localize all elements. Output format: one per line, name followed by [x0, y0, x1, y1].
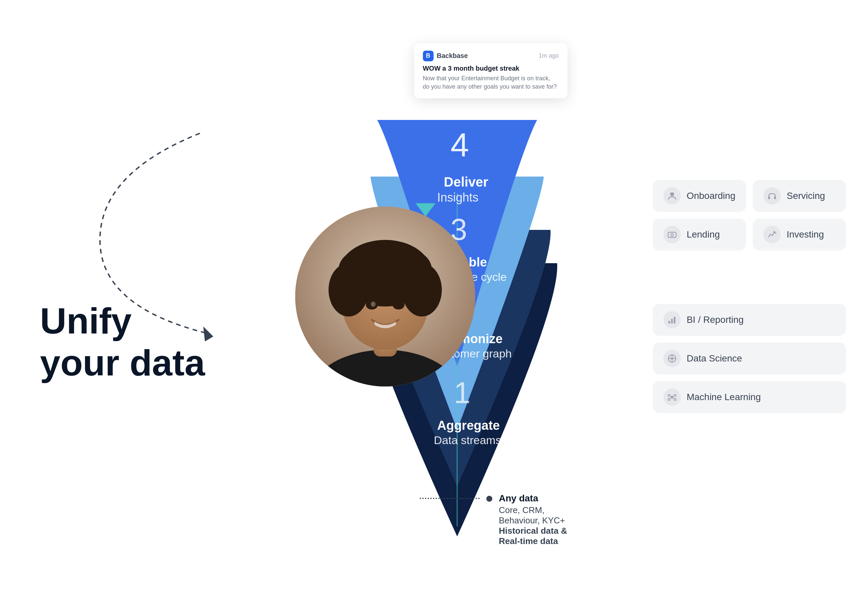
svg-point-47 — [674, 398, 676, 401]
notification-header: B Backbase 1m ago — [423, 51, 559, 61]
tag-servicing: Servicing — [753, 180, 846, 212]
bottom-text-block: Any data Core, CRM, Behaviour, KYC+ Hist… — [499, 493, 569, 546]
person-circle — [295, 207, 475, 387]
tag-bi-reporting: BI / Reporting — [653, 304, 846, 336]
svg-point-45 — [674, 394, 676, 396]
data-science-icon — [663, 350, 681, 367]
svg-text:Deliver: Deliver — [444, 174, 488, 189]
any-data-label: Any data — [499, 493, 569, 504]
tag-servicing-label: Servicing — [787, 190, 825, 201]
tag-bi-label: BI / Reporting — [687, 314, 744, 325]
svg-line-49 — [673, 396, 674, 396]
svg-text:4: 4 — [451, 126, 469, 163]
ml-icon — [663, 388, 681, 406]
bottom-dot — [486, 496, 492, 502]
svg-rect-32 — [774, 196, 776, 199]
tag-machine-learning-label: Machine Learning — [687, 392, 761, 402]
title-line1: Unifyyour data — [40, 300, 205, 384]
tag-lending: Lending — [653, 218, 746, 250]
svg-line-50 — [670, 398, 671, 399]
svg-point-28 — [393, 300, 404, 310]
svg-point-29 — [371, 302, 376, 307]
svg-point-30 — [670, 192, 674, 196]
tag-data-science-label: Data Science — [687, 353, 742, 364]
person-icon — [663, 187, 681, 204]
data-types: Core, CRM, Behaviour, KYC+ — [499, 505, 569, 526]
notification-card: B Backbase 1m ago WOW a 3 month budget s… — [414, 43, 567, 98]
svg-point-43 — [671, 396, 673, 398]
data-tags-group: BI / Reporting Data Science — [653, 304, 846, 413]
spacer — [653, 261, 846, 294]
bottom-data: Any data Core, CRM, Behaviour, KYC+ Hist… — [420, 493, 569, 546]
svg-point-34 — [671, 234, 673, 236]
diagram-container: B Backbase 1m ago WOW a 3 month budget s… — [307, 50, 607, 566]
tag-machine-learning: Machine Learning — [653, 381, 846, 413]
notification-logo: B — [423, 51, 434, 61]
bar-chart-icon — [663, 311, 681, 328]
tag-data-science: Data Science — [653, 343, 846, 374]
notification-body: Now that your Entertainment Budget is on… — [423, 74, 559, 91]
svg-point-44 — [668, 394, 670, 396]
tag-investing-label: Investing — [787, 229, 824, 240]
svg-point-46 — [668, 398, 670, 401]
data-historical: Historical data & Real-time data — [499, 526, 569, 546]
svg-rect-33 — [668, 232, 676, 237]
svg-rect-38 — [674, 317, 676, 324]
svg-point-35 — [773, 231, 775, 233]
chart-icon — [763, 226, 781, 243]
person-image — [295, 207, 475, 387]
svg-line-48 — [670, 396, 671, 396]
notification-brand-name: Backbase — [437, 52, 468, 60]
tags-row-1: Onboarding Servicing — [653, 180, 846, 212]
notification-time: 1m ago — [539, 52, 559, 59]
notification-brand: B Backbase — [423, 51, 468, 61]
svg-rect-31 — [768, 196, 770, 199]
svg-point-26 — [382, 273, 415, 293]
svg-text:Insights: Insights — [437, 190, 478, 204]
tag-investing: Investing — [753, 218, 846, 250]
svg-rect-36 — [668, 321, 670, 324]
main-container: Unifyyour data B Backbase 1m ago WOW a 3… — [0, 0, 866, 616]
svg-point-25 — [352, 273, 385, 297]
svg-text:Data streams: Data streams — [434, 434, 501, 446]
tag-onboarding-label: Onboarding — [687, 190, 736, 201]
tags-row-2: Lending Investing — [653, 218, 846, 250]
headset-icon — [763, 187, 781, 204]
money-icon — [663, 226, 681, 243]
tag-onboarding: Onboarding — [653, 180, 746, 212]
notification-title: WOW a 3 month budget streak — [423, 64, 559, 72]
right-tags: Onboarding Servicing — [653, 180, 846, 413]
left-title: Unifyyour data — [40, 300, 205, 384]
dotted-divider — [420, 498, 479, 499]
lifecycle-tags-group: Onboarding Servicing — [653, 180, 846, 250]
svg-text:Aggregate: Aggregate — [437, 418, 500, 432]
svg-rect-37 — [671, 319, 673, 324]
tag-lending-label: Lending — [687, 229, 720, 240]
svg-line-51 — [673, 398, 674, 399]
